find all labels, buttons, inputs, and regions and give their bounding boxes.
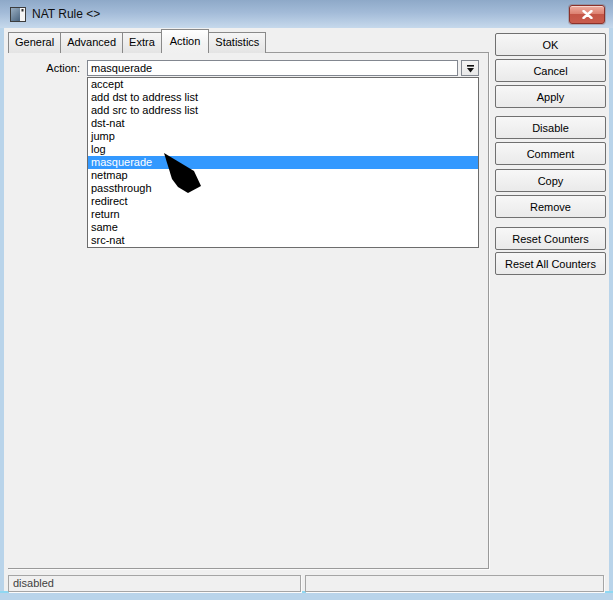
- dropdown-item-log[interactable]: log: [88, 143, 478, 156]
- titlebar[interactable]: NAT Rule <>: [0, 0, 613, 28]
- dropdown-item-masquerade[interactable]: masquerade: [88, 156, 478, 169]
- remove-button[interactable]: Remove: [495, 195, 606, 218]
- dropdown-item-add-src-to-address-list[interactable]: add src to address list: [88, 104, 478, 117]
- action-dropdown-button[interactable]: [461, 60, 479, 76]
- dropdown-item-return[interactable]: return: [88, 208, 478, 221]
- action-field-label: Action:: [8, 62, 80, 74]
- dropdown-item-add-dst-to-address-list[interactable]: add dst to address list: [88, 91, 478, 104]
- tab-action[interactable]: Action: [161, 29, 210, 53]
- dropdown-item-dst-nat[interactable]: dst-nat: [88, 117, 478, 130]
- dropdown-item-redirect[interactable]: redirect: [88, 195, 478, 208]
- window-bottom-border: [0, 591, 613, 600]
- tab-strip: GeneralAdvancedExtraActionStatistics: [8, 29, 265, 53]
- reset-counters-button[interactable]: Reset Counters: [495, 227, 606, 250]
- dropdown-arrow-icon: [466, 64, 475, 73]
- copy-button[interactable]: Copy: [495, 169, 606, 192]
- window-icon: [10, 7, 26, 22]
- status-bar-left: disabled: [8, 575, 301, 592]
- tab-statistics[interactable]: Statistics: [208, 32, 266, 53]
- cancel-button[interactable]: Cancel: [495, 59, 606, 82]
- dropdown-item-src-nat[interactable]: src-nat: [88, 234, 478, 247]
- dropdown-item-passthrough[interactable]: passthrough: [88, 182, 478, 195]
- dropdown-item-jump[interactable]: jump: [88, 130, 478, 143]
- disable-button[interactable]: Disable: [495, 116, 606, 139]
- dropdown-item-netmap[interactable]: netmap: [88, 169, 478, 182]
- dropdown-item-accept[interactable]: accept: [88, 78, 478, 91]
- action-combobox-input[interactable]: [87, 60, 458, 76]
- tab-extra[interactable]: Extra: [122, 32, 162, 53]
- close-icon: [582, 10, 593, 19]
- comment-button[interactable]: Comment: [495, 142, 606, 165]
- nat-rule-dialog: NAT Rule <> GeneralAdvancedExtraActionSt…: [0, 0, 613, 600]
- dropdown-item-same[interactable]: same: [88, 221, 478, 234]
- close-button[interactable]: [569, 5, 605, 24]
- action-dropdown-list: acceptadd dst to address listadd src to …: [87, 77, 479, 248]
- tab-general[interactable]: General: [8, 32, 61, 53]
- status-bar-right: [305, 575, 604, 592]
- apply-button[interactable]: Apply: [495, 85, 606, 108]
- tab-advanced[interactable]: Advanced: [60, 32, 123, 53]
- ok-button[interactable]: OK: [495, 33, 606, 56]
- window-title: NAT Rule <>: [32, 0, 100, 28]
- reset-all-counters-button[interactable]: Reset All Counters: [495, 252, 606, 275]
